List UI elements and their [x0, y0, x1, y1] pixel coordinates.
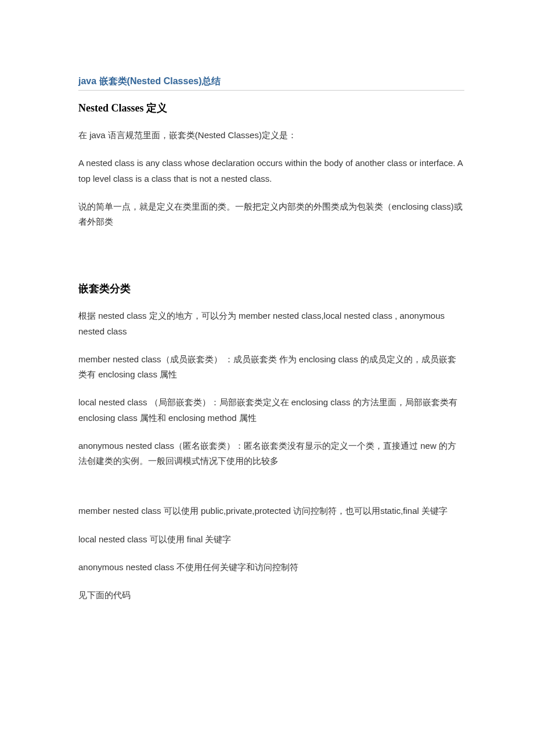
- paragraph: 见下面的代码: [78, 588, 464, 603]
- section-heading-definition: Nested Classes 定义: [78, 101, 464, 115]
- paragraph: local nested class （局部嵌套类）：局部嵌套类定义在 encl…: [78, 395, 464, 426]
- section-heading-classification: 嵌套类分类: [78, 282, 464, 296]
- paragraph: anonymous nested class（匿名嵌套类）：匿名嵌套类没有显示的…: [78, 438, 464, 469]
- article-title-link[interactable]: java 嵌套类(Nested Classes)总结: [78, 75, 464, 91]
- paragraph: member nested class 可以使用 public,private,…: [78, 503, 464, 519]
- paragraph: 说的简单一点，就是定义在类里面的类。一般把定义内部类的外围类成为包装类（encl…: [78, 199, 464, 230]
- paragraph: anonymous nested class 不使用任何关键字和访问控制符: [78, 560, 464, 575]
- paragraph: member nested class（成员嵌套类） ：成员嵌套类 作为 enc…: [78, 352, 464, 383]
- paragraph: 在 java 语言规范里面，嵌套类(Nested Classes)定义是：: [78, 128, 464, 143]
- paragraph: local nested class 可以使用 final 关键字: [78, 532, 464, 547]
- paragraph: 根据 nested class 定义的地方，可以分为 member nested…: [78, 308, 464, 339]
- document-page: java 嵌套类(Nested Classes)总结 Nested Classe…: [0, 0, 534, 756]
- paragraph: A nested class is any class whose declar…: [78, 156, 464, 186]
